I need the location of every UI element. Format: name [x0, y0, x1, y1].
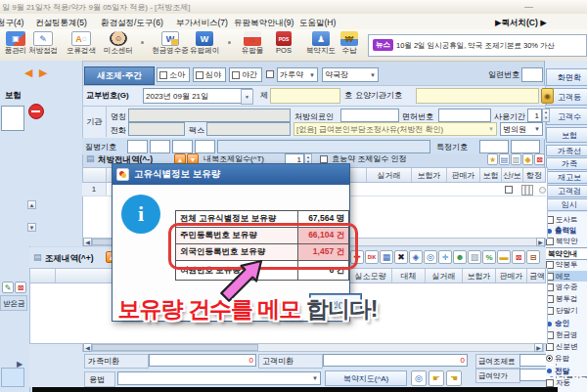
dik-icon[interactable]: DIK [365, 250, 379, 264]
box-icon[interactable]: ▦ [380, 250, 393, 264]
dialog-title-bar[interactable]: 고유식별정보 보유량 [113, 164, 349, 185]
search-dn-icon[interactable]: ◎ [424, 250, 437, 264]
search-grid-icon[interactable]: ◈ [409, 250, 423, 264]
nav-right-arrow-icon[interactable]: ▶ [39, 67, 47, 77]
phone-input[interactable] [128, 122, 185, 136]
dsp-col-use[interactable]: 실소모량 [349, 269, 392, 283]
quick-search-menu[interactable]: ▶퀵서치(C) ▶ [495, 18, 547, 27]
sidebar-button-customer-search[interactable]: 고객검 [546, 185, 587, 197]
check-pill-soa[interactable]: 소아 [157, 67, 190, 82]
special-input-2[interactable] [511, 140, 540, 153]
insurance-box[interactable] [1, 106, 24, 131]
hand-left-icon[interactable]: ☚ [446, 370, 462, 386]
print-check-envelope[interactable]: 봉투검 [546, 294, 587, 304]
toolbar-item-receipt[interactable]: ₩ 수납 [326, 31, 373, 56]
search-round-icon[interactable]: ◎ [411, 370, 427, 386]
menu-upharm-guide[interactable]: 유팜복약안내(9) [234, 18, 294, 27]
rx-number-input[interactable] [270, 88, 340, 104]
sidebar-button-insurance[interactable]: 보험 [546, 127, 587, 143]
sidebar-check-2[interactable]: 출력일 [546, 226, 587, 236]
powder-dropdown[interactable]: 가루약▼ [277, 67, 318, 82]
news-ticker[interactable]: 뉴스 10월 2일 임시공휴일, 약국 조제기본료 30% 가산 [368, 34, 587, 57]
sidebar-button-customer-edit[interactable]: 고객수 [546, 108, 587, 125]
hospital-dropdown[interactable]: 병의원▼ [500, 122, 543, 136]
print-check-bag[interactable]: 약봉투 [546, 260, 587, 270]
disease-input-2[interactable] [150, 140, 170, 153]
clipboard-icon[interactable]: ▤ [499, 153, 510, 165]
opt-id-check[interactable]: 신분변 [546, 342, 587, 352]
rx-col-san[interactable]: 산/보 [502, 168, 523, 182]
disease-input-wide[interactable] [217, 140, 430, 153]
calendar-dropdown-icon[interactable]: ▼ [241, 89, 253, 105]
menu-settings-tools[interactable]: 환경설정/도구(6) [101, 18, 163, 27]
dsp-col-real[interactable]: 실거래 [426, 269, 463, 283]
nav-left-arrow-icon[interactable]: ◀ [24, 67, 32, 77]
sidebar-button-screen[interactable]: 화면확 [546, 68, 587, 86]
add-w-icon[interactable]: ✛ [438, 250, 452, 264]
powder-checkbox[interactable] [266, 70, 274, 78]
rx-col-hang[interactable]: 항정 [523, 168, 545, 182]
dsp-col-rowno[interactable] [30, 269, 56, 283]
rx-col-bo[interactable]: 보험 [480, 168, 502, 182]
doctor-input[interactable] [340, 109, 399, 122]
edit-pencil-icon[interactable]: ✎ [2, 282, 14, 293]
scroll-left-icon[interactable]: ◀ [83, 238, 92, 246]
print-check-receipt[interactable]: 영수증 [546, 283, 587, 292]
disease-input-3[interactable] [172, 140, 193, 153]
copy-doc-icon[interactable]: ▥ [511, 153, 521, 165]
medication-guide-button[interactable]: 복약지도(^A) [325, 370, 407, 386]
people-icon[interactable]: ☻ [453, 250, 467, 264]
menu-help[interactable]: 도움말(H) [299, 18, 336, 27]
rx-col-real[interactable]: 실거래 [367, 168, 412, 182]
opt-deliver[interactable]: 전달 [546, 366, 587, 376]
sidebar-button-stock[interactable]: 재고보 [546, 171, 587, 184]
serial-input[interactable] [521, 67, 543, 82]
dsp-col-ins[interactable]: 보험가 [463, 269, 496, 283]
dispense-hscrollbar[interactable]: ◀ ▶ [82, 343, 544, 352]
use-period-spinner[interactable]: ▲▼ [542, 109, 550, 122]
minimize-icon[interactable]: — [524, 2, 533, 12]
issue-date-input[interactable]: 2023년 09월 21일 [143, 88, 252, 104]
opt-cash-receipt[interactable]: 현금영 [546, 330, 587, 340]
doc-search-icon[interactable]: ▧ [468, 250, 481, 264]
sidebar-button-family-select[interactable]: 가족선 [546, 145, 587, 156]
menu-addon-services[interactable]: 부가서비스(7) [176, 18, 228, 27]
favorite-star-icon[interactable]: ★ [487, 153, 498, 165]
care-org-input[interactable] [416, 88, 539, 104]
percent-icon[interactable]: % [482, 250, 496, 264]
check-pill-night[interactable]: 심야 [193, 67, 226, 82]
hand-right-icon[interactable]: ☛ [429, 370, 444, 386]
dsp-col-amt[interactable]: 금액 [527, 269, 547, 283]
check-pill-late[interactable]: 야간 [229, 67, 262, 82]
menu-claim[interactable]: 청구(4) [0, 18, 23, 27]
toolbar-item-pos[interactable]: POS POS [266, 31, 301, 55]
sidebar-check-3[interactable]: 복약안 [546, 237, 587, 246]
dsp-col-sale[interactable]: 판매가 [496, 269, 527, 283]
sidebar-button-temp[interactable]: 임시 [546, 198, 587, 211]
effect-days-checkbox[interactable] [320, 155, 328, 163]
sidebar-button-family[interactable]: 가족 [546, 157, 587, 170]
scroll-down-icon[interactable]: ▼ [27, 223, 36, 232]
opt-upharm-radio[interactable]: 유팜 [546, 353, 587, 364]
book-icon[interactable]: ◆ [522, 153, 533, 165]
toolbar-item-upharm-pay[interactable]: W 유팜페이 [181, 31, 228, 56]
toolbar-item-miso-center[interactable]: ☺ 미소센터 [95, 31, 142, 56]
print-check-memo[interactable]: 메모 [546, 271, 587, 282]
disease-input-4[interactable] [195, 140, 215, 153]
usage-dropdown[interactable]: ▼ [117, 371, 321, 385]
clear-grid-icon[interactable]: ⊠ [534, 153, 545, 165]
row1-insurance-checkbox[interactable] [505, 186, 513, 194]
fax-input[interactable] [206, 122, 291, 136]
disease-input-1[interactable] [127, 140, 148, 153]
scroll-right-icon[interactable]: ▶ [536, 238, 545, 246]
scroll-up-icon[interactable]: ▲ [27, 200, 36, 209]
rx-col-sale[interactable]: 판매가 [447, 168, 480, 182]
mode-tab[interactable]: 새조제-주간 [84, 66, 155, 85]
scroll-left-icon[interactable]: ◀ [83, 343, 92, 352]
use-period-input[interactable]: 1 [527, 109, 542, 122]
scroll-right-icon[interactable]: ▶ [534, 343, 543, 352]
row-clear-icon[interactable]: ⊟ [526, 250, 540, 264]
coin-icon[interactable]: ◉ [541, 88, 554, 104]
strip-bottom-box[interactable] [1, 368, 24, 387]
dsp-col-alt[interactable]: 대체 [392, 269, 426, 283]
